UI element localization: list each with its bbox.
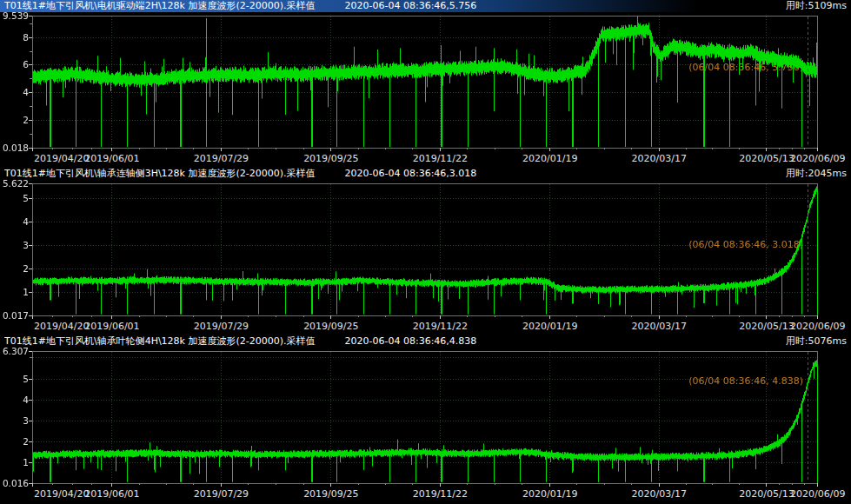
x-tick-label: 2019/09/25: [303, 321, 358, 332]
chart-timestamp: 2020-06-04 08:36:46,3.018: [345, 168, 477, 180]
plot-area-2h[interactable]: (06/04 08:36:46, 5.756) 9.5390.0188642: [0, 12, 851, 151]
chart-title: T01线1#地下引风机\轴承连轴侧3H\128k 加速度波形(2-20000).…: [4, 168, 316, 180]
chart-titlebar-4h[interactable]: T01线1#地下引风机\轴承叶轮侧4H\128k 加速度波形(2-20000).…: [0, 335, 851, 348]
y-tick-label: 3: [0, 240, 29, 250]
y-tick-label: 5: [0, 374, 29, 384]
x-tick-label: 2019/07/29: [194, 153, 249, 164]
y-tick-label: 4: [0, 87, 29, 97]
x-tick-label: 2020/01/19: [522, 153, 577, 164]
x-tick-label: 2019/11/22: [413, 321, 468, 332]
x-tick-label: 2019/04/20: [34, 153, 89, 164]
chart-block-3h: T01线1#地下引风机\轴承连轴侧3H\128k 加速度波形(2-20000).…: [0, 168, 851, 335]
x-tick-label: 2019/04/20: [34, 488, 89, 500]
plot-area-4h[interactable]: (06/04 08:36:46, 4.838) 6.3070.01654321: [0, 348, 851, 487]
chart-block-4h: T01线1#地下引风机\轴承叶轮侧4H\128k 加速度波形(2-20000).…: [0, 335, 851, 503]
x-tick-label: 2019/11/22: [413, 488, 468, 500]
y-tick-label: 0.016: [0, 478, 29, 488]
elapsed-time: 用时:5076ms: [786, 335, 847, 348]
x-tick-label: 2019/09/25: [303, 488, 358, 500]
y-tick-label: 5.622: [0, 178, 29, 189]
x-axis-labels-3h: 2019/04/202019/06/012019/07/292019/09/25…: [0, 319, 851, 335]
y-tick-label: 4: [0, 395, 29, 405]
x-tick-label: 2020/03/17: [632, 321, 687, 332]
x-tick-label: 2020/05/13: [739, 153, 794, 164]
y-tick-label: 1: [0, 457, 29, 468]
y-tick-label: 6: [0, 59, 29, 70]
vibration-trend-window: T01线1#地下引风机\电机驱动端2H\128k 加速度波形(2-20000).…: [0, 0, 851, 504]
x-tick-label: 2020/05/13: [739, 321, 794, 332]
chart-timestamp: 2020-06-04 08:36:46,4.838: [345, 335, 477, 348]
x-tick-label: 2020/01/19: [522, 488, 577, 500]
x-tick-label: 2019/04/20: [34, 321, 89, 332]
y-tick-label: 3: [0, 415, 29, 426]
y-tick-label: 1: [0, 287, 29, 297]
chart-titlebar-3h[interactable]: T01线1#地下引风机\轴承连轴侧3H\128k 加速度波形(2-20000).…: [0, 168, 851, 180]
x-axis-labels-2h: 2019/04/202019/06/012019/07/292019/09/25…: [0, 151, 851, 168]
x-tick-label: 2019/07/29: [194, 321, 249, 332]
y-tick-label: 6.307: [0, 346, 29, 356]
chart-title: T01线1#地下引风机\电机驱动端2H\128k 加速度波形(2-20000).…: [4, 0, 316, 12]
y-tick-label: 2: [0, 115, 29, 125]
x-tick-label: 2019/11/22: [413, 153, 468, 164]
y-tick-label: 2: [0, 263, 29, 274]
elapsed-time: 用时:5109ms: [786, 0, 847, 12]
trace-canvas: [0, 180, 851, 319]
x-tick-label: 2019/06/01: [84, 153, 139, 164]
y-tick-label: 0.018: [0, 143, 29, 153]
x-tick-label: 2020/06/09: [790, 153, 845, 164]
x-tick-label: 2019/09/25: [303, 153, 358, 164]
chart-block-2h: T01线1#地下引风机\电机驱动端2H\128k 加速度波形(2-20000).…: [0, 0, 851, 168]
x-tick-label: 2020/06/09: [790, 488, 845, 500]
elapsed-time: 用时:2045ms: [786, 168, 847, 180]
x-tick-label: 2020/05/13: [739, 488, 794, 500]
x-tick-label: 2019/06/01: [84, 488, 139, 500]
x-tick-label: 2020/06/09: [790, 321, 845, 332]
x-tick-label: 2020/03/17: [632, 488, 687, 500]
x-tick-label: 2020/03/17: [632, 153, 687, 164]
x-tick-label: 2019/07/29: [194, 488, 249, 500]
plot-area-3h[interactable]: (06/04 08:36:46, 3.018) 5.6220.01754321: [0, 180, 851, 319]
y-tick-label: 4: [0, 216, 29, 227]
y-tick-label: 0.017: [0, 310, 29, 321]
y-tick-label: 5: [0, 193, 29, 203]
y-tick-label: 8: [0, 32, 29, 43]
x-axis-labels-4h: 2019/04/202019/06/012019/07/292019/09/25…: [0, 487, 851, 503]
trace-canvas: [0, 348, 851, 487]
chart-timestamp: 2020-06-04 08:36:46,5.756: [345, 0, 477, 12]
x-tick-label: 2020/01/19: [522, 321, 577, 332]
x-tick-label: 2019/06/01: [84, 321, 139, 332]
y-tick-label: 9.539: [0, 10, 29, 21]
chart-title: T01线1#地下引风机\轴承叶轮侧4H\128k 加速度波形(2-20000).…: [4, 335, 316, 348]
chart-titlebar-2h[interactable]: T01线1#地下引风机\电机驱动端2H\128k 加速度波形(2-20000).…: [0, 0, 851, 12]
trace-canvas: [0, 12, 851, 151]
y-tick-label: 2: [0, 436, 29, 447]
